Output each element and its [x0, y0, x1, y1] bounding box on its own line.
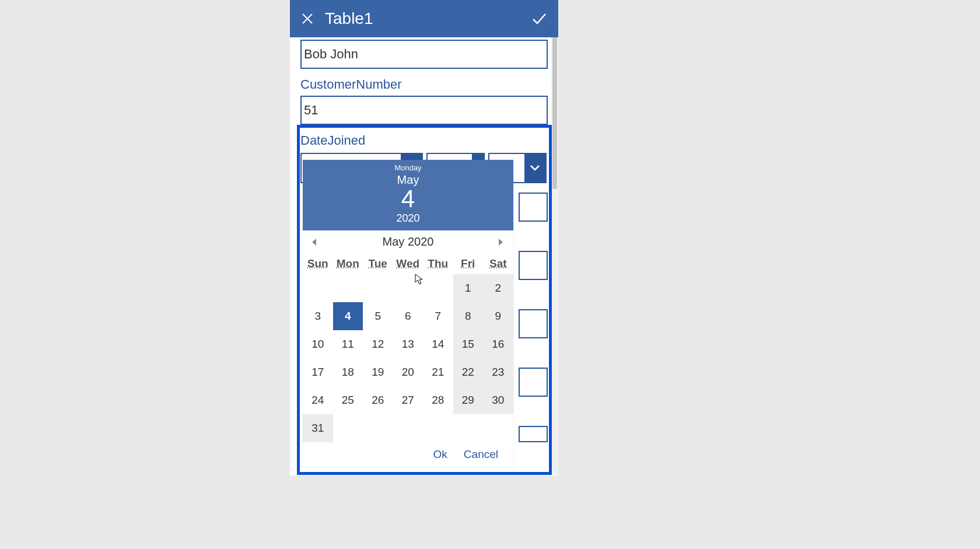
calendar-day-cell[interactable]: 30 [483, 386, 513, 414]
name-field[interactable] [300, 40, 548, 69]
chevron-down-icon[interactable] [524, 154, 545, 182]
calendar-empty-cell [453, 414, 484, 442]
calendar-empty-cell [303, 274, 333, 302]
app-header: Table1 [290, 0, 558, 37]
calendar-empty-cell [333, 414, 363, 442]
calendar-day-cell[interactable]: 15 [453, 330, 484, 358]
calendar-day-cell[interactable]: 5 [363, 302, 393, 330]
calendar-day-cell[interactable]: 4 [333, 302, 363, 330]
calendar-day-cell[interactable]: 27 [393, 386, 424, 414]
calendar-day-cell[interactable]: 28 [423, 386, 453, 414]
calendar-day-cell[interactable]: 3 [303, 302, 333, 330]
calendar-day-cell[interactable]: 24 [303, 386, 333, 414]
calendar-month-nav: May 2020 [303, 230, 513, 253]
calendar-empty-cell [333, 274, 363, 302]
calendar-empty-cell [393, 274, 424, 302]
calendar-day-cell[interactable]: 13 [393, 330, 424, 358]
confirm-check-icon[interactable] [530, 10, 548, 27]
calendar-ok-button[interactable]: Ok [433, 448, 447, 461]
calendar-day-cell[interactable]: 25 [333, 386, 363, 414]
calendar-actions: Ok Cancel [303, 442, 513, 467]
hidden-field[interactable] [519, 251, 548, 280]
hidden-field[interactable] [519, 309, 548, 338]
calendar-day-header: Sat [483, 253, 513, 274]
calendar-day-cell[interactable]: 17 [303, 358, 333, 386]
calendar-day-cell[interactable]: 26 [363, 386, 393, 414]
hidden-field[interactable] [519, 193, 548, 222]
calendar-day-cell[interactable]: 9 [483, 302, 513, 330]
calendar-day-cell[interactable]: 19 [363, 358, 393, 386]
calendar-day-cell[interactable]: 11 [333, 330, 363, 358]
calendar-day-cell[interactable]: 29 [453, 386, 484, 414]
calendar-day-cell[interactable]: 21 [423, 358, 453, 386]
selected-year: 2020 [303, 212, 513, 225]
calendar-day-cell[interactable]: 6 [393, 302, 424, 330]
calendar-empty-cell [363, 274, 393, 302]
vertical-scrollbar[interactable] [551, 37, 558, 475]
calendar-day-cell[interactable]: 31 [303, 414, 333, 442]
calendar-empty-cell [423, 414, 453, 442]
calendar-day-cell[interactable]: 14 [423, 330, 453, 358]
close-icon[interactable] [300, 12, 314, 26]
selected-day-big: 4 [303, 187, 513, 211]
calendar-day-cell[interactable]: 2 [483, 274, 513, 302]
calendar-day-header: Tue [363, 253, 393, 274]
screenshot-frame: Table1 CustomerNumber DateJoined [0, 0, 848, 475]
calendar-empty-cell [363, 414, 393, 442]
calendar-day-header: Mon [333, 253, 363, 274]
date-picker-popup: Monday May 4 2020 May 2020 SunMonTueWedT… [303, 160, 513, 467]
calendar-empty-cell [423, 274, 453, 302]
calendar-day-cell[interactable]: 18 [333, 358, 363, 386]
calendar-day-cell[interactable]: 22 [453, 358, 484, 386]
calendar-day-cell[interactable]: 1 [453, 274, 484, 302]
calendar-day-cell[interactable]: 8 [453, 302, 484, 330]
calendar-day-cell[interactable]: 7 [423, 302, 453, 330]
calendar-empty-cell [393, 414, 424, 442]
calendar-day-cell[interactable]: 10 [303, 330, 333, 358]
next-month-icon[interactable] [497, 238, 505, 246]
date-joined-label: DateJoined [300, 133, 548, 148]
calendar-nav-label[interactable]: May 2020 [383, 235, 434, 249]
calendar-day-header: Wed [393, 253, 424, 274]
calendar-day-header: Thu [423, 253, 453, 274]
selected-weekday: Monday [303, 163, 513, 172]
prev-month-icon[interactable] [311, 238, 319, 246]
calendar-header: Monday May 4 2020 [303, 160, 513, 230]
hidden-fields-peek [519, 193, 548, 442]
calendar-day-cell[interactable]: 16 [483, 330, 513, 358]
customer-number-field[interactable] [300, 96, 548, 125]
calendar-empty-cell [483, 414, 513, 442]
page-title: Table1 [325, 9, 373, 28]
calendar-grid: SunMonTueWedThuFriSat 123456789101112131… [303, 253, 513, 442]
calendar-day-cell[interactable]: 12 [363, 330, 393, 358]
calendar-day-cell[interactable]: 23 [483, 358, 513, 386]
calendar-day-header: Fri [453, 253, 484, 274]
hidden-field[interactable] [519, 368, 548, 397]
calendar-day-header: Sun [303, 253, 333, 274]
scroll-thumb[interactable] [552, 37, 557, 189]
customer-number-label: CustomerNumber [300, 77, 548, 92]
hidden-field[interactable] [519, 426, 548, 442]
calendar-day-cell[interactable]: 20 [393, 358, 424, 386]
calendar-cancel-button[interactable]: Cancel [464, 448, 498, 461]
